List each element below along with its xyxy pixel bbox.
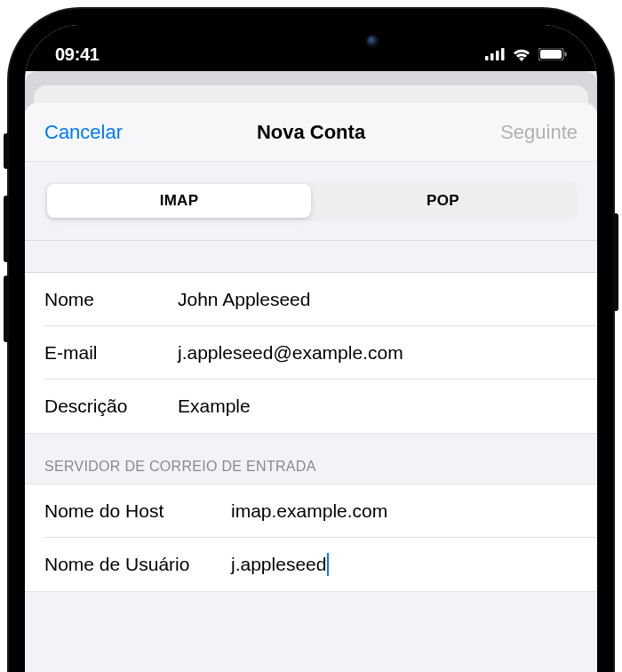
side-button xyxy=(4,196,9,262)
svg-rect-6 xyxy=(565,52,567,57)
host-field[interactable]: imap.example.com xyxy=(231,500,578,522)
username-field[interactable]: j.appleseed xyxy=(231,553,578,576)
front-camera-icon xyxy=(367,36,378,46)
segment-pop[interactable]: POP xyxy=(311,184,575,218)
description-row[interactable]: Descrição Example xyxy=(25,380,597,433)
username-value: j.appleseed xyxy=(231,554,326,575)
incoming-server-header: SERVIDOR DE CORREIO DE ENTRADA xyxy=(25,434,597,484)
next-button[interactable]: Seguinte xyxy=(500,121,578,144)
svg-rect-5 xyxy=(540,50,562,59)
account-info-group: Nome John Appleseed E-mail j.appleseed@e… xyxy=(25,273,597,434)
modal-sheet: Cancelar Nova Conta Seguinte IMAP POP No… xyxy=(25,103,597,672)
page-title: Nova Conta xyxy=(257,121,365,144)
host-label: Nome do Host xyxy=(44,500,231,522)
navigation-bar: Cancelar Nova Conta Seguinte xyxy=(25,103,597,162)
status-time: 09:41 xyxy=(55,44,100,65)
email-row[interactable]: E-mail j.appleseed@example.com xyxy=(25,326,597,380)
protocol-selector-container: IMAP POP xyxy=(25,162,597,241)
svg-rect-1 xyxy=(490,53,494,60)
svg-rect-0 xyxy=(485,56,489,60)
side-button xyxy=(4,276,9,342)
cancel-button[interactable]: Cancelar xyxy=(44,121,123,144)
email-label: E-mail xyxy=(44,342,178,364)
host-row[interactable]: Nome do Host imap.example.com xyxy=(25,484,597,538)
name-label: Nome xyxy=(44,289,178,310)
text-cursor-icon xyxy=(327,553,329,576)
side-button xyxy=(4,133,9,169)
description-field[interactable]: Example xyxy=(178,396,578,417)
wifi-icon xyxy=(512,47,531,61)
segment-imap[interactable]: IMAP xyxy=(47,184,311,218)
notch xyxy=(195,25,427,57)
name-field[interactable]: John Appleseed xyxy=(178,289,578,310)
svg-rect-3 xyxy=(501,48,505,60)
phone-frame: 09:41 Cancelar Nova Conta Seguinte xyxy=(9,9,613,672)
svg-rect-2 xyxy=(496,51,499,60)
battery-icon xyxy=(538,48,567,60)
cellular-signal-icon xyxy=(485,48,505,60)
name-row[interactable]: Nome John Appleseed xyxy=(25,273,597,326)
username-label: Nome de Usuário xyxy=(44,554,231,575)
status-indicators xyxy=(485,47,567,61)
spacer xyxy=(25,241,597,273)
description-label: Descrição xyxy=(44,396,178,417)
screen: 09:41 Cancelar Nova Conta Seguinte xyxy=(25,25,597,672)
protocol-segmented-control[interactable]: IMAP POP xyxy=(44,181,578,220)
incoming-server-group: Nome do Host imap.example.com Nome de Us… xyxy=(25,484,597,592)
side-button xyxy=(613,213,618,311)
email-field[interactable]: j.appleseed@example.com xyxy=(178,342,578,364)
username-row[interactable]: Nome de Usuário j.appleseed xyxy=(25,538,597,591)
